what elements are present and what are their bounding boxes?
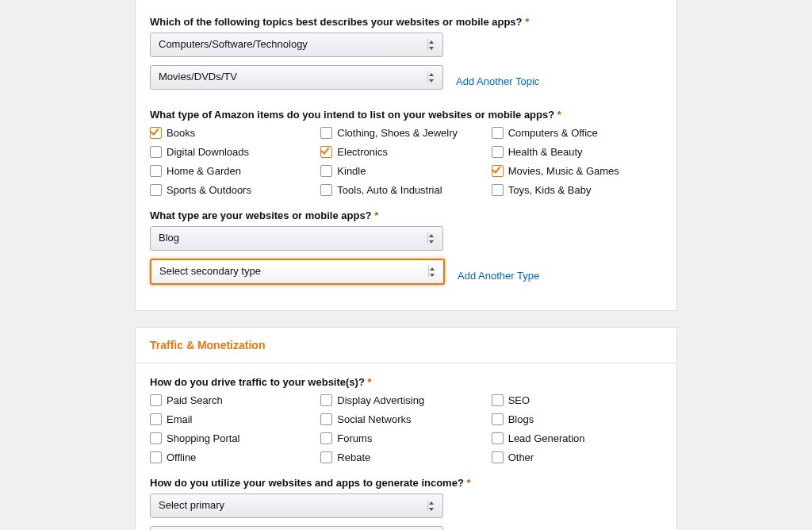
checkbox-label: Movies, Music & Games bbox=[508, 166, 619, 176]
checkbox-option[interactable]: Blogs bbox=[492, 412, 662, 426]
checkbox-icon bbox=[320, 451, 332, 463]
checkbox-icon bbox=[320, 165, 332, 177]
checkbox-option[interactable]: Other bbox=[492, 450, 662, 464]
checkbox-label: Home & Garden bbox=[167, 166, 241, 176]
topics-select-2-value: Movies/DVDs/TV bbox=[159, 71, 237, 83]
required-mark: * bbox=[368, 376, 372, 388]
type-select-2[interactable]: Select secondary type bbox=[150, 259, 445, 285]
checkbox-option[interactable]: Kindle bbox=[320, 163, 491, 178]
checkbox-option[interactable]: Offline bbox=[150, 450, 320, 464]
dropdown-caret-icon bbox=[430, 267, 435, 277]
question-type: What type are your websites or mobile ap… bbox=[150, 209, 662, 221]
checkbox-option[interactable]: Home & Garden bbox=[150, 163, 320, 178]
checkbox-option[interactable]: SEO bbox=[492, 393, 662, 407]
checkbox-icon bbox=[320, 432, 332, 444]
question-traffic: How do you drive traffic to your website… bbox=[150, 376, 662, 388]
checkbox-icon bbox=[320, 184, 332, 196]
checkbox-icon bbox=[320, 394, 332, 406]
income-select-2[interactable]: Select secondary bbox=[150, 526, 443, 530]
question-income: How do you utilize your websites and app… bbox=[150, 477, 662, 489]
checkbox-option[interactable]: Forums bbox=[320, 431, 491, 445]
checkbox-icon bbox=[492, 165, 504, 177]
checkbox-label: Display Advertising bbox=[337, 395, 424, 405]
income-select-1[interactable]: Select primary bbox=[150, 494, 443, 518]
checkbox-icon bbox=[492, 451, 504, 463]
topics-select-2[interactable]: Movies/DVDs/TV bbox=[150, 65, 443, 90]
checkbox-label: Rebate bbox=[337, 452, 370, 463]
checkbox-option[interactable]: Social Networks bbox=[320, 412, 491, 426]
checkbox-option[interactable]: Books bbox=[150, 125, 320, 140]
checkbox-icon bbox=[150, 432, 162, 444]
topics-select-1[interactable]: Computers/Software/Technology bbox=[150, 33, 443, 57]
checkbox-option[interactable]: Lead Generation bbox=[492, 431, 662, 445]
checkbox-option[interactable]: Display Advertising bbox=[320, 393, 491, 407]
type-select-1-value: Blog bbox=[159, 232, 179, 244]
checkbox-label: Clothing, Shoes & Jewelry bbox=[337, 128, 458, 138]
checkbox-icon bbox=[492, 394, 504, 406]
type-select-2-value: Select secondary type bbox=[159, 265, 261, 277]
section-title-traffic: Traffic & Monetization bbox=[136, 328, 676, 363]
checkbox-icon bbox=[150, 451, 162, 463]
checkbox-label: Digital Downloads bbox=[167, 147, 249, 157]
checkbox-option[interactable]: Computers & Office bbox=[492, 125, 662, 140]
checkbox-option[interactable]: Clothing, Shoes & Jewelry bbox=[320, 125, 491, 140]
checkbox-option[interactable]: Tools, Auto & Industrial bbox=[320, 182, 491, 197]
checkbox-icon bbox=[492, 184, 504, 196]
required-mark: * bbox=[557, 109, 561, 121]
dropdown-caret-icon bbox=[429, 73, 435, 83]
checkbox-icon bbox=[150, 184, 162, 196]
checkbox-label: Email bbox=[167, 414, 193, 424]
checkbox-label: Forums bbox=[337, 433, 372, 444]
checkbox-label: SEO bbox=[508, 395, 530, 405]
checkbox-label: Electronics bbox=[337, 147, 388, 157]
checkbox-label: Blogs bbox=[508, 414, 534, 424]
checkbox-label: Social Networks bbox=[337, 414, 411, 424]
add-another-topic-link[interactable]: Add Another Topic bbox=[456, 75, 539, 87]
dropdown-caret-icon bbox=[429, 234, 435, 244]
dropdown-caret-icon bbox=[429, 40, 435, 50]
checkbox-icon bbox=[150, 413, 162, 425]
checkbox-icon bbox=[492, 146, 504, 158]
required-mark: * bbox=[374, 209, 378, 221]
checkbox-icon bbox=[150, 165, 162, 177]
checkbox-option[interactable]: Movies, Music & Games bbox=[492, 163, 662, 178]
add-another-type-link[interactable]: Add Another Type bbox=[458, 270, 539, 282]
checkbox-label: Tools, Auto & Industrial bbox=[337, 185, 442, 195]
checkbox-option[interactable]: Electronics bbox=[320, 144, 491, 159]
checkbox-icon bbox=[492, 432, 504, 444]
checkbox-option[interactable]: Email bbox=[150, 412, 320, 426]
checkbox-label: Health & Beauty bbox=[508, 147, 583, 157]
checkbox-label: Sports & Outdoors bbox=[167, 185, 251, 195]
checkbox-label: Other bbox=[508, 452, 534, 463]
type-select-1[interactable]: Blog bbox=[150, 226, 443, 251]
checkbox-icon bbox=[320, 413, 332, 425]
checkbox-option[interactable]: Toys, Kids & Baby bbox=[492, 182, 662, 197]
checkbox-label: Offline bbox=[167, 452, 196, 463]
question-items: What type of Amazon items do you intend … bbox=[150, 109, 662, 121]
checkbox-icon bbox=[150, 127, 162, 139]
checkbox-label: Toys, Kids & Baby bbox=[508, 185, 592, 195]
checkbox-icon bbox=[150, 394, 162, 406]
checkbox-option[interactable]: Sports & Outdoors bbox=[150, 182, 320, 197]
checkbox-option[interactable]: Health & Beauty bbox=[492, 144, 662, 159]
checkbox-icon bbox=[320, 127, 332, 139]
checkbox-option[interactable]: Digital Downloads bbox=[150, 144, 320, 159]
checkbox-icon bbox=[320, 146, 332, 158]
checkbox-option[interactable]: Shopping Portal bbox=[150, 431, 320, 445]
checkbox-icon bbox=[150, 146, 162, 158]
checkbox-option[interactable]: Paid Search bbox=[150, 393, 320, 407]
checkbox-label: Lead Generation bbox=[508, 433, 585, 444]
topics-select-1-value: Computers/Software/Technology bbox=[159, 38, 308, 50]
checkbox-icon bbox=[492, 413, 504, 425]
checkbox-label: Paid Search bbox=[167, 395, 223, 405]
checkbox-label: Books bbox=[167, 128, 195, 138]
checkbox-label: Shopping Portal bbox=[167, 433, 240, 444]
required-mark: * bbox=[466, 477, 470, 489]
dropdown-caret-icon bbox=[429, 501, 435, 511]
checkbox-label: Computers & Office bbox=[508, 128, 598, 138]
required-mark: * bbox=[525, 16, 529, 28]
checkbox-icon bbox=[492, 127, 504, 139]
checkbox-label: Kindle bbox=[337, 166, 366, 176]
question-topics: Which of the following topics best descr… bbox=[150, 16, 662, 28]
checkbox-option[interactable]: Rebate bbox=[320, 450, 491, 464]
